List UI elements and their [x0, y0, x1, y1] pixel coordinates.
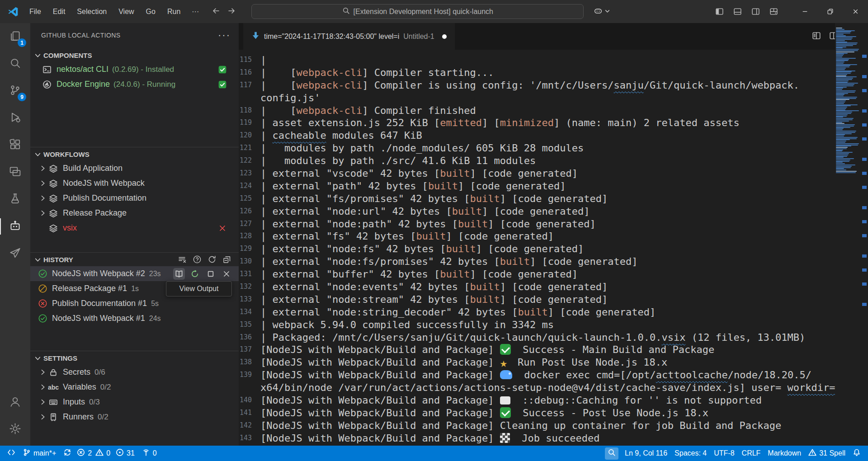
status-language-mode[interactable]: Markdown — [764, 446, 805, 461]
line-number: 122 — [239, 155, 252, 167]
activity-explorer[interactable]: 1 — [0, 23, 30, 50]
minimize-button[interactable] — [792, 0, 817, 23]
activity-search[interactable] — [0, 50, 30, 77]
history-item[interactable]: NodeJS with Webpack #124s — [30, 311, 239, 326]
status-encoding[interactable]: UTF-8 — [710, 446, 738, 461]
activity-testing[interactable] — [0, 186, 30, 213]
status-info-count[interactable]: 31 — [112, 446, 138, 461]
settings-header[interactable]: SETTINGS — [30, 351, 239, 365]
line-text: config.js' — [260, 92, 320, 104]
restore-button[interactable] — [817, 0, 843, 23]
components-header[interactable]: COMPONENTS — [30, 48, 239, 62]
code-text: | external "fs/promises" 42 bytes [ — [260, 193, 470, 204]
branch-icon — [23, 448, 31, 458]
status-branch[interactable]: main*+ — [19, 446, 60, 461]
copilot-menu[interactable] — [594, 6, 610, 17]
history-duration: 23s — [149, 270, 161, 278]
command-center-search[interactable]: [Extension Development Host] quick-launc… — [251, 4, 584, 19]
status-search-mode[interactable] — [605, 447, 618, 460]
menu-go[interactable]: Go — [140, 5, 161, 19]
component-item[interactable]: Docker Engine(24.0.6) - Running — [30, 77, 239, 92]
activity-publish[interactable] — [0, 240, 30, 267]
view-output-icon[interactable] — [173, 268, 185, 280]
history-item[interactable]: Publish Documentation #15s — [30, 296, 239, 311]
settings-item-inputs[interactable]: Inputs0/3 — [30, 395, 239, 409]
search-icon — [342, 7, 350, 16]
editor-line: 130| external "node:fs/promises" 42 byte… — [239, 255, 868, 268]
help-icon[interactable] — [193, 255, 202, 264]
remove-icon[interactable] — [221, 268, 232, 280]
status-indentation[interactable]: Spaces: 4 — [671, 446, 710, 461]
flag-emoji-icon — [500, 433, 510, 443]
workflows-header[interactable]: WORKFLOWS — [30, 147, 239, 161]
back-icon[interactable] — [212, 6, 221, 17]
workflow-item[interactable]: Publish Documentation — [30, 191, 239, 206]
forward-icon[interactable] — [227, 6, 236, 17]
minimap-line — [836, 74, 847, 75]
editor-content[interactable]: 115|116| [webpack-cli] Compiler starting… — [239, 50, 868, 446]
workflow-item[interactable]: NodeJS with Webpack — [30, 176, 239, 191]
workflow-item[interactable]: vsix — [30, 221, 239, 235]
clear-history-icon[interactable] — [178, 255, 187, 264]
toggle-panel-icon[interactable] — [731, 5, 744, 19]
toggle-secondary-sidebar-icon[interactable] — [749, 5, 762, 19]
settings-item-secrets[interactable]: Secrets0/6 — [30, 365, 239, 380]
overview-marker — [862, 137, 867, 141]
activity-run-debug[interactable] — [0, 104, 30, 132]
settings-item-runners[interactable]: Runners0/2 — [30, 409, 239, 424]
customize-layout-icon[interactable] — [767, 5, 780, 19]
status-notifications[interactable] — [849, 446, 864, 461]
open-preview-icon[interactable] — [812, 31, 821, 42]
workflow-item[interactable]: Release Package — [30, 206, 239, 221]
workflow-item[interactable]: Build Application — [30, 161, 239, 176]
overview-ruler[interactable] — [860, 23, 868, 446]
collapse-all-icon[interactable] — [222, 255, 231, 264]
activity-accounts[interactable] — [0, 389, 30, 416]
minimap-line — [836, 44, 857, 45]
refresh-icon[interactable] — [208, 255, 217, 264]
spell-checker-icon — [808, 448, 816, 458]
badge-source-control: 9 — [18, 93, 26, 101]
status-errors[interactable]: 2 — [75, 446, 94, 461]
status-ports[interactable]: 0 — [138, 446, 160, 461]
status-eol[interactable]: CRLF — [738, 446, 764, 461]
status-ports-text: 0 — [153, 449, 157, 457]
error-x-icon[interactable] — [218, 224, 227, 233]
status-spell-checker[interactable]: 31 Spell — [805, 446, 849, 461]
history-label: Publish Documentation #1 — [52, 299, 147, 308]
sidebar-more-actions[interactable]: ··· — [218, 29, 231, 41]
menu-view[interactable]: View — [113, 5, 140, 19]
rerun-icon[interactable] — [189, 268, 201, 280]
activity-source-control[interactable]: 9 — [0, 77, 30, 104]
status-remote[interactable] — [4, 446, 19, 461]
minimap-line — [836, 31, 851, 32]
minimap[interactable] — [835, 23, 860, 446]
close-button[interactable] — [843, 0, 868, 23]
tab-untitled-1[interactable]: time="2024-11-17T18:32:43-05:00" level=i… — [243, 23, 455, 50]
menu-edit[interactable]: Edit — [47, 5, 71, 19]
status-warnings[interactable]: 0 — [94, 446, 112, 461]
activity-remote-explorer[interactable] — [0, 159, 30, 186]
history-item[interactable]: NodeJS with Webpack #223s — [30, 266, 239, 281]
activity-settings-gear[interactable] — [0, 416, 30, 443]
code-token: built — [518, 306, 548, 318]
dirty-indicator[interactable] — [442, 34, 447, 39]
menu-selection[interactable]: Selection — [71, 5, 113, 19]
code-text: | — [260, 54, 266, 66]
chevron-right-icon — [37, 179, 48, 187]
status-cursor-position[interactable]: Ln 9, Col 116 — [621, 446, 671, 461]
minimap-line — [836, 104, 858, 105]
layers-icon — [48, 194, 58, 203]
history-header[interactable]: HISTORY — [30, 253, 239, 266]
menu-file[interactable]: File — [24, 5, 47, 19]
menu-more[interactable]: ··· — [186, 5, 204, 19]
component-item[interactable]: nektos/act CLI(0.2.69) - Installed — [30, 62, 239, 77]
activity-github-local-actions[interactable] — [0, 213, 30, 240]
minimap-line — [836, 102, 845, 103]
status-sync[interactable] — [60, 446, 75, 461]
menu-run[interactable]: Run — [161, 5, 186, 19]
activity-extensions[interactable] — [0, 132, 30, 159]
stop-icon[interactable] — [205, 268, 217, 280]
settings-item-variables[interactable]: abcVariables0/2 — [30, 380, 239, 395]
toggle-sidebar-icon[interactable] — [712, 5, 726, 19]
